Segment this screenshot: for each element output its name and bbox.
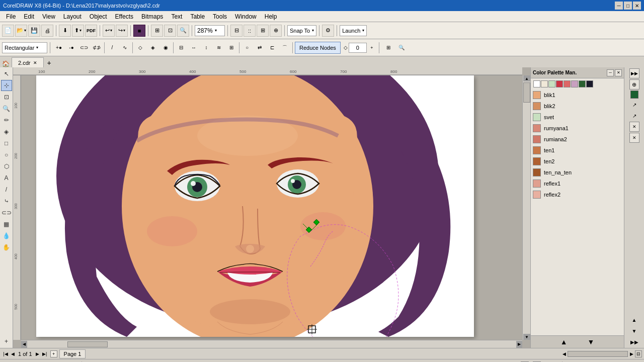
zoom-in[interactable]: 🔍: [177, 25, 189, 37]
guidelines-button[interactable]: ⊞: [257, 25, 269, 37]
palette-item-rumiana2[interactable]: rumiana2: [531, 134, 624, 145]
export-button[interactable]: ⬆▾: [72, 25, 84, 37]
hscroll-thumb[interactable]: [67, 341, 108, 347]
smooth-node-button[interactable]: ◈: [147, 42, 159, 54]
options-button[interactable]: ⚙: [322, 25, 334, 37]
light-green-swatch[interactable]: [548, 80, 555, 87]
scroll-right-button[interactable]: ▶: [516, 341, 522, 348]
node-count-input[interactable]: [349, 43, 367, 53]
node-count-increment[interactable]: +: [368, 42, 376, 54]
elastic-mode-button[interactable]: ≋: [213, 42, 225, 54]
menu-window[interactable]: Window: [231, 12, 261, 21]
crop-tool[interactable]: ⊡: [1, 92, 12, 103]
add-page-tab-button[interactable]: +: [50, 350, 57, 357]
publish-pdf-button[interactable]: PDF: [85, 25, 97, 37]
palette-item-ten_na_ten[interactable]: ten_na_ten: [531, 167, 624, 178]
import-button[interactable]: ⬇: [59, 25, 71, 37]
fill-tool[interactable]: ▦: [1, 219, 12, 230]
join-nodes-button[interactable]: ⊂⊃: [78, 42, 90, 54]
dark-green-swatch[interactable]: [579, 80, 586, 87]
palette-up-button[interactable]: ▲: [560, 338, 568, 346]
color-mix-button[interactable]: ⊕: [629, 79, 639, 89]
break-node-button[interactable]: ⊄⊅: [91, 42, 103, 54]
scroll-up-button[interactable]: ▲: [523, 75, 530, 81]
red-swatch[interactable]: [556, 80, 563, 87]
panel-arrow-1[interactable]: ▶▶: [629, 68, 639, 78]
cream-swatch[interactable]: [541, 80, 548, 87]
palette-item-blik1[interactable]: blik1: [531, 89, 624, 101]
menu-tools[interactable]: Tools: [209, 12, 231, 21]
node-tool[interactable]: ⊹: [1, 80, 12, 91]
blend-tool[interactable]: ⊂⊃: [1, 207, 12, 218]
palette-item-ten2[interactable]: ten2: [531, 156, 624, 167]
line-node-button[interactable]: /: [106, 42, 118, 54]
close-curve-button[interactable]: ○: [241, 42, 253, 54]
window-controls[interactable]: ─ □ ✕: [615, 2, 641, 10]
white-swatch[interactable]: [533, 80, 540, 87]
shape-selector-dropdown[interactable]: Rectangular ▾: [2, 42, 47, 53]
menu-layout[interactable]: Layout: [59, 12, 86, 21]
reflect-h-button[interactable]: ↔: [188, 42, 200, 54]
menu-effects[interactable]: Effects: [111, 12, 137, 21]
zoom-selection[interactable]: ⊡: [164, 25, 176, 37]
menu-bitmaps[interactable]: Bitmaps: [137, 12, 167, 21]
align-nodes-button[interactable]: ⊟: [175, 42, 187, 54]
panel-scroll-up[interactable]: ▲: [629, 315, 639, 325]
grid-button[interactable]: ::: [244, 25, 256, 37]
right-panel-nav2[interactable]: ↗: [629, 111, 639, 121]
home-tab[interactable]: 🏠: [2, 60, 10, 67]
horizontal-scrollbar[interactable]: ◀ ▶: [21, 340, 522, 348]
text-tool[interactable]: A: [1, 172, 12, 184]
snap-to-dropdown[interactable]: Snap To ▾: [287, 25, 316, 36]
pink-red-swatch[interactable]: [564, 80, 571, 87]
tab-close-icon[interactable]: ✕: [33, 60, 37, 65]
palette-item-reflex1[interactable]: reflex1: [531, 178, 624, 189]
palette-item-blik2[interactable]: blik2: [531, 101, 624, 112]
near-black-swatch[interactable]: [586, 80, 593, 87]
new-tab-button[interactable]: +: [44, 58, 54, 67]
palette-down-button[interactable]: ▼: [588, 338, 595, 346]
connector-tool[interactable]: ⤷: [1, 196, 12, 207]
open-button[interactable]: 📂▾: [15, 25, 27, 37]
panel-expand[interactable]: ▶▶: [629, 337, 639, 347]
menu-file[interactable]: File: [2, 12, 20, 21]
new-button[interactable]: 📄: [2, 25, 14, 37]
transform-button[interactable]: ⊞: [382, 42, 394, 54]
hscroll-right-btn[interactable]: ▶: [628, 350, 635, 357]
right-panel-nav1[interactable]: ↗: [629, 100, 639, 110]
scroll-down-button[interactable]: ▼: [523, 334, 530, 340]
palette-minimize-button[interactable]: ─: [607, 69, 614, 76]
launch-dropdown[interactable]: Launch ▾: [340, 25, 367, 36]
hscroll-thumb-bottom[interactable]: [568, 351, 628, 357]
menu-view[interactable]: View: [38, 12, 59, 21]
add-page-button[interactable]: +: [1, 336, 12, 347]
menu-text[interactable]: Text: [167, 12, 186, 21]
page-1-tab[interactable]: Page 1: [59, 349, 86, 358]
snap-button[interactable]: ⊕: [270, 25, 282, 37]
lavender-swatch[interactable]: [571, 80, 578, 87]
menu-table[interactable]: Table: [186, 12, 209, 21]
view-mode-btn[interactable]: ⊟: [635, 350, 642, 357]
symmetric-node-button[interactable]: ◉: [159, 42, 172, 54]
eyedropper-tool[interactable]: 💧: [1, 230, 12, 241]
reduce-nodes-button[interactable]: Reduce Nodes: [295, 42, 341, 54]
fill-button[interactable]: ■: [133, 25, 145, 37]
active-fill-swatch[interactable]: [630, 90, 638, 99]
smart-draw-tool[interactable]: ◈: [1, 126, 12, 137]
page-nav-last[interactable]: ▶|: [41, 350, 48, 357]
palette-item-ten1[interactable]: ten1: [531, 145, 624, 156]
close-panel-2[interactable]: ✕: [629, 133, 639, 143]
zoom-canvas-button[interactable]: 🔍: [395, 42, 408, 54]
zoom-tool[interactable]: 🔍: [1, 103, 12, 114]
palette-close-button[interactable]: ✕: [615, 69, 622, 76]
save-button[interactable]: 💾: [28, 25, 40, 37]
document-tab[interactable]: 2.cdr ✕: [12, 57, 44, 67]
auto-close-button[interactable]: ⌒: [279, 42, 291, 54]
zoom-to-fit[interactable]: ⊞: [151, 25, 163, 37]
palette-item-reflex2[interactable]: reflex2: [531, 189, 624, 200]
palette-item-svet[interactable]: svet: [531, 112, 624, 123]
hscroll-left-btn[interactable]: ◀: [560, 350, 568, 357]
menu-object[interactable]: Object: [86, 12, 111, 21]
vertical-scrollbar[interactable]: ▲ ▼: [522, 75, 530, 340]
zoom-level[interactable]: 287% ▾: [195, 25, 225, 36]
